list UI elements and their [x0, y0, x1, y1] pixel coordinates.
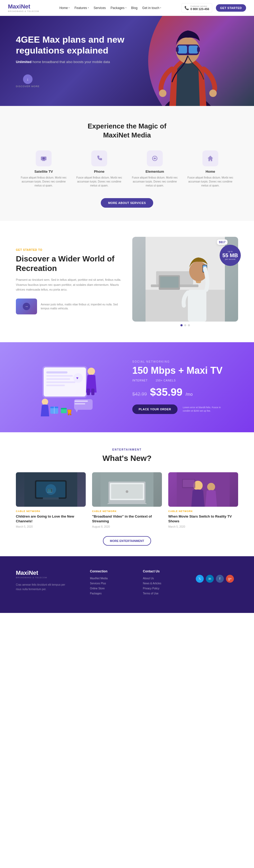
logo-tagline: BROADBAND & TELECOM — [8, 10, 39, 12]
news-category-3: CABLE NETWORK — [168, 510, 238, 513]
svg-rect-25 — [160, 277, 179, 288]
news-grid: 📺 CABLE NETWORK Children are Going to Lo… — [16, 472, 238, 528]
nav-contact[interactable]: Get in touch ▾ — [142, 6, 161, 10]
discover-more-button[interactable]: ↓ DISCOVER MORE — [16, 74, 40, 88]
dot-2[interactable] — [184, 324, 186, 326]
phone-label: Customer service: — [190, 5, 209, 7]
recreation-description: Praesent ac tincidunt sem. Sed in tellus… — [16, 277, 122, 292]
footer-top: MaxiNet BROADBAND & TELECOM Cras aenean … — [16, 569, 238, 597]
phone-service-icon — [91, 150, 107, 166]
svg-point-44 — [68, 414, 69, 415]
service-phone: Phone Fusce aliquet finibus dictum. Morb… — [75, 150, 123, 188]
phone-number: 0 800 123-456 — [190, 7, 209, 10]
promo-illustration-box: ♥ — [37, 358, 101, 416]
svg-rect-53 — [43, 497, 59, 500]
nav-features[interactable]: Features ▾ — [74, 6, 88, 10]
recreation-right: $$17 Up to 55 MB per second — [132, 237, 238, 326]
promo-old-price: $42.99 — [132, 392, 147, 397]
logo[interactable]: MaxiNet BROADBAND & TELECOM — [8, 3, 39, 12]
hero-image — [122, 16, 254, 106]
services-grid: Satellite TV Fusce aliquet finibus dictu… — [16, 150, 238, 188]
news-date-3: March 5, 2020 — [168, 525, 238, 528]
footer-col-title-1: Connection — [90, 569, 132, 573]
hero-illustration — [138, 16, 238, 106]
mini-arrow[interactable]: → — [23, 303, 30, 310]
footer-social-col: 𝕏 in f g+ — [196, 569, 238, 597]
promo-title: 150 Mbps + Maxi TV — [132, 365, 238, 376]
home-icon — [203, 150, 218, 166]
svg-point-8 — [159, 90, 167, 97]
svg-rect-6 — [176, 47, 179, 52]
footer-link-online-store[interactable]: Online Store — [90, 587, 132, 590]
discover-circle: ↓ — [23, 74, 33, 84]
news-img-svg-2 — [92, 472, 162, 507]
footer-link-terms[interactable]: Terms of Use — [143, 592, 185, 595]
footer-link-services-plus[interactable]: Services Plus — [90, 582, 132, 585]
magic-title: Experience the Magic of MaxiNet Media — [16, 122, 238, 140]
footer-link-about[interactable]: About Us — [143, 577, 185, 580]
svg-rect-47 — [75, 401, 88, 402]
nav-blog[interactable]: Blog — [131, 6, 138, 10]
promo-note: Lorem error et blandit felis. Fusce in c… — [183, 406, 225, 412]
mini-image: → — [16, 299, 37, 314]
svg-rect-7 — [197, 47, 200, 52]
footer-link-privacy[interactable]: Privacy Policy — [143, 587, 185, 590]
discover-label: DISCOVER MORE — [16, 85, 40, 88]
phone-info: Customer service: 0 800 123-456 — [190, 5, 209, 10]
entertainment-btn-wrap: MORE ENTERTAINMENT — [16, 536, 238, 546]
svg-rect-48 — [75, 403, 85, 404]
get-started-button[interactable]: GET STARTED — [216, 4, 246, 12]
more-services-button[interactable]: MORE ABOUT SERVICES — [101, 198, 153, 208]
hero-section: 4GEE Max plans and new regulations expla… — [0, 16, 254, 106]
footer-link-maxinet-media[interactable]: MaxiNet Media — [90, 577, 132, 580]
promo-subtitle: INTERNET 150+ CANELS — [132, 379, 238, 382]
news-date-1: March 5, 2020 — [16, 525, 86, 528]
news-title-2: "Broadband Video" in the Context of Stre… — [92, 514, 162, 524]
svg-text:♥: ♥ — [76, 376, 78, 380]
get-started-label: GET STARTED TO — [16, 248, 122, 251]
svg-rect-4 — [178, 45, 187, 54]
svg-rect-32 — [46, 384, 65, 386]
news-image-2 — [92, 472, 162, 507]
google-button[interactable]: g+ — [226, 575, 234, 583]
svg-point-12 — [43, 157, 45, 159]
satellite-tv-icon — [36, 150, 51, 166]
footer-logo-name: MaxiNet — [16, 569, 79, 577]
news-card-2: CABLE NETWORK "Broadband Video" in the C… — [92, 472, 162, 528]
more-entertainment-button[interactable]: MORE ENTERTAINMENT — [103, 536, 151, 546]
svg-point-45 — [70, 414, 71, 415]
news-title-3: When Movie Stars Switch to Reality TV Sh… — [168, 514, 238, 524]
nav-home[interactable]: Home ▾ — [59, 6, 70, 10]
service-desc-2: Fusce aliquet finibus dictum. Morbi nec … — [75, 176, 123, 188]
service-satellite-tv: Satellite TV Fusce aliquet finibus dictu… — [20, 150, 68, 188]
promo-channels-label: 150+ CANELS — [155, 379, 176, 382]
dot-3[interactable] — [188, 324, 190, 326]
elementum-icon — [147, 150, 163, 166]
service-desc-3: Fusce aliquet finibus dictum. Morbi nec … — [131, 176, 179, 188]
service-name-2: Phone — [75, 169, 123, 174]
svg-rect-5 — [189, 45, 198, 54]
nav-services[interactable]: Services — [94, 6, 106, 10]
hero-description: Unlimited home broadband that also boost… — [16, 60, 127, 64]
facebook-button[interactable]: f — [216, 575, 224, 583]
service-home: Home Fusce aliquet finibus dictum. Morbi… — [186, 150, 234, 188]
price-badge: $$17 — [217, 240, 227, 245]
place-order-button[interactable]: PLACE YOUR ORDER — [132, 404, 178, 414]
speed-mb: 55 MB — [222, 253, 238, 258]
news-img-svg-1: 📺 — [16, 472, 86, 507]
promo-price: $42.99 $35.99 /mo — [132, 386, 238, 398]
service-name-4: Home — [186, 169, 234, 174]
nav-packages[interactable]: Packages ▾ — [111, 6, 126, 10]
news-card-1: 📺 CABLE NETWORK Children are Going to Lo… — [16, 472, 86, 528]
svg-point-35 — [87, 368, 95, 375]
twitter-button[interactable]: 𝕏 — [196, 575, 204, 583]
dot-1[interactable] — [180, 324, 183, 326]
footer-logo-tagline: BROADBAND & TELECOM — [16, 577, 79, 579]
promo-new-price: $35.99 — [150, 386, 182, 398]
footer-link-packages[interactable]: Packages — [90, 592, 132, 595]
linkedin-button[interactable]: in — [206, 575, 214, 583]
svg-point-63 — [207, 483, 215, 491]
footer-link-news[interactable]: News & Articles — [143, 582, 185, 585]
social-networking-label: SOCIAL NETWORKING — [132, 360, 238, 363]
footer-col-contact: Contact Us About Us News & Articles Priv… — [143, 569, 185, 597]
